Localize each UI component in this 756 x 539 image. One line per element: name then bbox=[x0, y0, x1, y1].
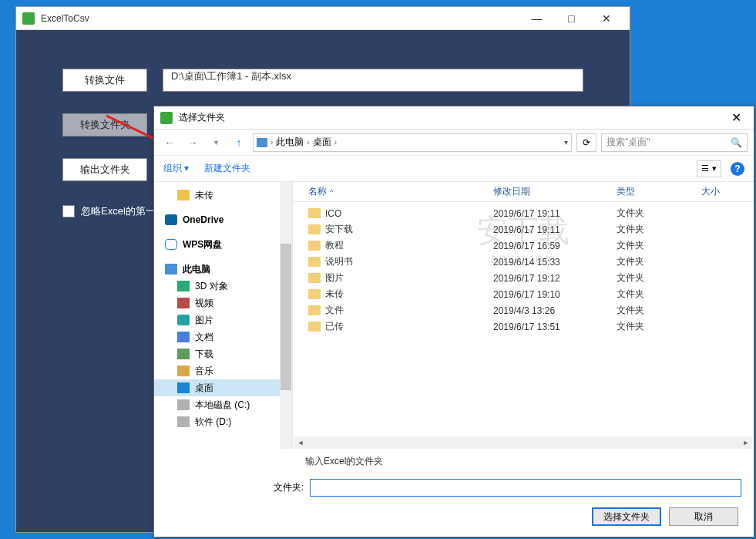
sidebar-item-label: 软件 (D:) bbox=[195, 416, 231, 429]
file-row[interactable]: 说明书2019/6/14 15:33文件夹 bbox=[308, 254, 754, 270]
file-date: 2019/6/17 16:59 bbox=[493, 241, 617, 251]
file-row[interactable]: 教程2019/6/17 16:59文件夹 bbox=[308, 237, 754, 254]
file-name: 图片 bbox=[325, 271, 344, 285]
file-name: 教程 bbox=[325, 239, 344, 252]
column-headers[interactable]: 名称 ^ 修改日期 类型 大小 bbox=[293, 182, 754, 202]
nav-forward-button[interactable]: → bbox=[183, 133, 202, 152]
col-name-header[interactable]: 名称 bbox=[308, 185, 327, 198]
breadcrumb-desktop[interactable]: 桌面 bbox=[313, 136, 331, 149]
col-size-header[interactable]: 大小 bbox=[701, 185, 754, 198]
pic-icon bbox=[177, 315, 190, 325]
breadcrumb-pc[interactable]: 此电脑 bbox=[276, 136, 304, 149]
sidebar-item-12[interactable]: 软件 (D:) bbox=[154, 413, 292, 430]
scroll-left-icon[interactable]: ◄ bbox=[294, 437, 307, 448]
dl-icon bbox=[177, 349, 190, 359]
sidebar-item-0[interactable]: 未传 bbox=[154, 187, 292, 204]
file-type: 文件夹 bbox=[617, 255, 701, 268]
file-row[interactable]: 图片2019/6/17 19:12文件夹 bbox=[308, 270, 754, 286]
sidebar-item-label: 图片 bbox=[195, 314, 213, 327]
minimize-button[interactable]: — bbox=[519, 8, 554, 29]
file-type: 文件夹 bbox=[617, 239, 701, 252]
sidebar-item-7[interactable]: 文档 bbox=[154, 328, 292, 345]
sidebar-item-8[interactable]: 下载 bbox=[154, 345, 292, 362]
help-icon[interactable]: ? bbox=[731, 162, 744, 176]
sidebar-item-label: 3D 对象 bbox=[195, 280, 228, 293]
sidebar-item-3[interactable]: 此电脑 bbox=[154, 261, 292, 278]
sidebar-item-6[interactable]: 图片 bbox=[154, 312, 292, 328]
view-mode-button[interactable]: ☰ ▾ bbox=[697, 160, 721, 177]
convert-file-button[interactable]: 转换文件 bbox=[62, 69, 147, 92]
maximize-button[interactable]: □ bbox=[554, 8, 589, 29]
sidebar-item-1[interactable]: OneDrive bbox=[154, 211, 292, 228]
file-row[interactable]: 已传2019/6/17 13:51文件夹 bbox=[308, 318, 754, 335]
file-type: 文件夹 bbox=[617, 304, 701, 317]
search-placeholder: 搜索"桌面" bbox=[606, 136, 731, 149]
app-title: ExcelToCsv bbox=[41, 13, 519, 24]
sidebar-item-9[interactable]: 音乐 bbox=[154, 362, 292, 379]
folder-icon bbox=[308, 289, 321, 299]
chevron-right-icon: › bbox=[307, 138, 309, 147]
new-folder-button[interactable]: 新建文件夹 bbox=[204, 162, 250, 175]
folder-icon bbox=[308, 273, 321, 283]
search-input[interactable]: 搜索"桌面" 🔍 bbox=[601, 133, 748, 152]
sidebar-item-label: 文档 bbox=[195, 331, 213, 344]
hint-label: 输入Excel的文件夹 bbox=[305, 455, 741, 468]
file-row[interactable]: ICO2019/6/17 19:11文件夹 bbox=[308, 205, 754, 221]
folder-icon bbox=[308, 241, 321, 251]
dialog-toolbar: 组织 ▾ 新建文件夹 ☰ ▾ ? bbox=[154, 156, 754, 182]
file-type: 文件夹 bbox=[617, 320, 701, 333]
file-date: 2019/6/14 15:33 bbox=[493, 257, 617, 268]
sidebar: 未传OneDriveWPS网盘此电脑3D 对象视频图片文档下载音乐桌面本地磁盘 … bbox=[154, 182, 293, 449]
folder-icon bbox=[177, 190, 190, 200]
file-list: 安下载 anxz.com ICO2019/6/17 19:11文件夹安下载201… bbox=[293, 202, 754, 436]
folder-dialog: 选择文件夹 ✕ ← → ▾ ↑ › 此电脑 › 桌面 › ▾ ⟳ 搜索"桌面" … bbox=[153, 106, 754, 537]
search-icon: 🔍 bbox=[731, 137, 742, 148]
file-row[interactable]: 未传2019/6/17 19:10文件夹 bbox=[308, 286, 754, 302]
close-button[interactable]: ✕ bbox=[589, 8, 623, 29]
horizontal-scrollbar[interactable]: ◄ ► bbox=[294, 436, 752, 449]
sidebar-item-4[interactable]: 3D 对象 bbox=[154, 278, 292, 295]
folder-icon bbox=[308, 257, 321, 267]
sidebar-item-label: 音乐 bbox=[195, 365, 213, 378]
cancel-button[interactable]: 取消 bbox=[669, 507, 738, 526]
ignore-first-row-checkbox[interactable] bbox=[62, 205, 75, 217]
nav-back-button[interactable]: ← bbox=[160, 133, 179, 152]
sidebar-item-2[interactable]: WPS网盘 bbox=[154, 236, 292, 253]
folder-input-label: 文件夹: bbox=[267, 481, 304, 494]
output-folder-button[interactable]: 输出文件夹 bbox=[62, 158, 147, 181]
file-date: 2019/6/17 19:12 bbox=[493, 273, 617, 284]
folder-name-input[interactable] bbox=[310, 479, 741, 497]
disk-icon bbox=[177, 416, 190, 427]
col-type-header[interactable]: 类型 bbox=[617, 185, 701, 198]
select-folder-button[interactable]: 选择文件夹 bbox=[592, 507, 661, 526]
scroll-right-icon[interactable]: ► bbox=[740, 437, 752, 448]
nav-up-button[interactable]: ↑ bbox=[230, 133, 248, 152]
file-date: 2019/6/17 19:10 bbox=[493, 289, 617, 300]
chevron-down-icon[interactable]: ▾ bbox=[564, 138, 568, 147]
sidebar-scrollbar[interactable] bbox=[280, 182, 292, 449]
cube-icon bbox=[177, 281, 190, 291]
pc-icon bbox=[257, 138, 267, 147]
convert-folder-button[interactable]: 转换文件夹 bbox=[62, 113, 147, 136]
dialog-close-button[interactable]: ✕ bbox=[725, 110, 748, 125]
sidebar-item-label: 本地磁盘 (C:) bbox=[195, 399, 250, 412]
sidebar-item-10[interactable]: 桌面 bbox=[154, 379, 292, 396]
nav-dropdown-button[interactable]: ▾ bbox=[207, 133, 225, 152]
col-date-header[interactable]: 修改日期 bbox=[493, 185, 617, 198]
dialog-navbar: ← → ▾ ↑ › 此电脑 › 桌面 › ▾ ⟳ 搜索"桌面" 🔍 bbox=[154, 130, 754, 156]
sidebar-item-label: 视频 bbox=[195, 297, 213, 310]
sidebar-item-5[interactable]: 视频 bbox=[154, 295, 292, 312]
file-date: 2019/6/17 13:51 bbox=[493, 322, 617, 332]
sidebar-item-label: OneDrive bbox=[183, 214, 223, 225]
file-row[interactable]: 文件2019/4/3 13:26文件夹 bbox=[308, 302, 754, 318]
sidebar-item-label: 下载 bbox=[195, 348, 213, 361]
sidebar-item-11[interactable]: 本地磁盘 (C:) bbox=[154, 396, 292, 413]
refresh-button[interactable]: ⟳ bbox=[576, 133, 596, 152]
video-icon bbox=[177, 298, 190, 308]
organize-button[interactable]: 组织 ▾ bbox=[163, 162, 189, 175]
file-name: 说明书 bbox=[325, 255, 353, 268]
file-row[interactable]: 安下载2019/6/17 19:11文件夹 bbox=[308, 221, 754, 237]
file-path-input[interactable]: D:\桌面\工作簿1 - 副本.xlsx bbox=[163, 69, 583, 92]
breadcrumb[interactable]: › 此电脑 › 桌面 › ▾ bbox=[253, 133, 572, 152]
sidebar-item-label: 桌面 bbox=[195, 382, 213, 395]
